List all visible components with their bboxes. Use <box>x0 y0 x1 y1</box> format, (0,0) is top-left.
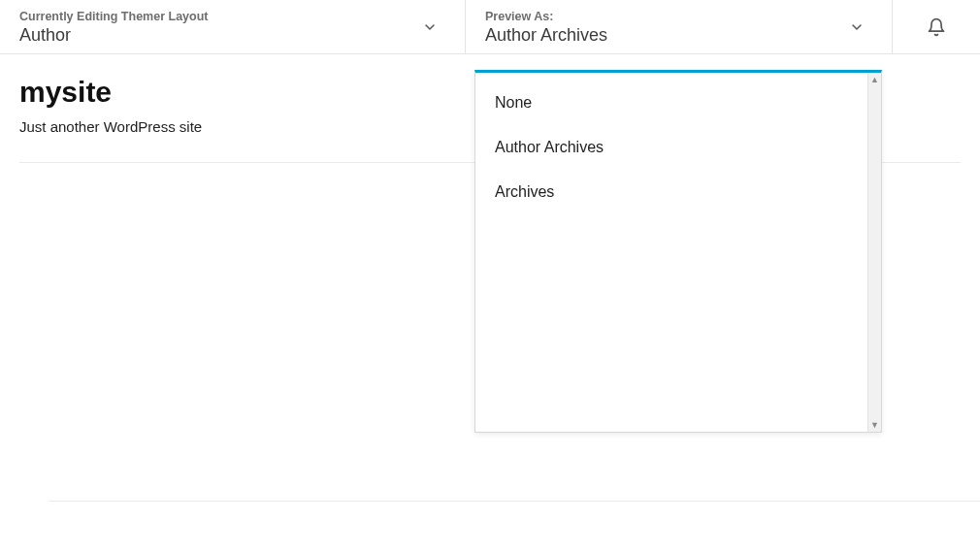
preview-selector[interactable]: Preview As: Author Archives <box>466 0 893 53</box>
top-bar: Currently Editing Themer Layout Author P… <box>0 0 980 54</box>
dropdown-option-none[interactable]: None <box>475 81 867 125</box>
dropdown-option-archives[interactable]: Archives <box>475 170 867 214</box>
preview-selector-label: Preview As: <box>485 9 872 24</box>
layout-selector[interactable]: Currently Editing Themer Layout Author <box>0 0 466 53</box>
dropdown-items: None Author Archives Archives <box>475 73 867 432</box>
preview-selector-value: Author Archives <box>485 24 872 47</box>
scrollbar[interactable]: ▲ ▼ <box>867 73 881 432</box>
layout-selector-value: Author <box>19 24 445 47</box>
preview-dropdown-panel: None Author Archives Archives ▲ ▼ <box>474 70 882 433</box>
layout-selector-label: Currently Editing Themer Layout <box>19 9 445 24</box>
scrollbar-up-arrow-icon[interactable]: ▲ <box>868 73 881 86</box>
scrollbar-down-arrow-icon[interactable]: ▼ <box>868 418 881 432</box>
bell-icon[interactable] <box>927 17 946 37</box>
footer-divider <box>49 501 980 502</box>
dropdown-option-author-archives[interactable]: Author Archives <box>475 125 867 170</box>
notifications-section <box>893 0 980 53</box>
